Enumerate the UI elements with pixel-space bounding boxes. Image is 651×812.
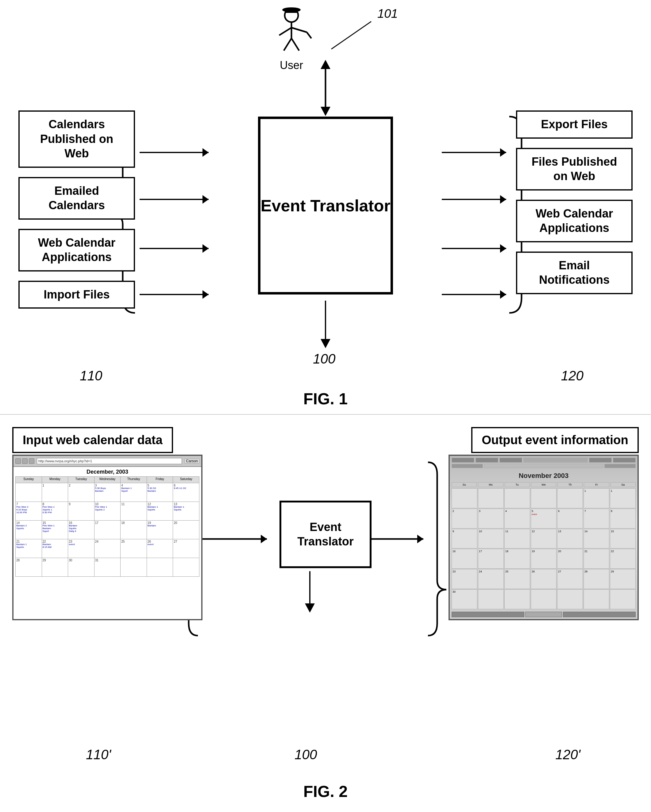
ocal-data-cell	[478, 488, 504, 508]
svg-marker-36	[305, 603, 315, 613]
output-cal-col: 5event 12 19 26	[531, 488, 556, 609]
cal-cell: 14Bantam 2Squirts	[16, 520, 42, 539]
svg-marker-21	[321, 339, 330, 348]
ocal-data-cell: 16	[452, 549, 477, 569]
ocal-day-h: Tu	[505, 482, 530, 487]
ocal-data-cell: 1	[584, 488, 609, 508]
ocal-data-cell: 29	[610, 569, 636, 589]
ocal-day-h: Sa	[611, 482, 636, 487]
output-calendar-mock: November 2003 Su Mo Tu We Th Fr Sa 2 9 1…	[449, 455, 639, 620]
ocal-data-cell	[478, 589, 504, 609]
cal-cell: 29	[42, 558, 68, 576]
browser-toolbar: http://www.nvrpa.org/nhyc.php?id=1 Carso…	[14, 456, 201, 467]
output-box-web-cal-apps: Web Calendar Applications	[516, 200, 633, 242]
input-box-import-files: Import Files	[18, 281, 135, 309]
cal-day-tue: Tuesday	[68, 477, 94, 483]
cal-cell: 2	[68, 483, 94, 502]
status-cell	[563, 612, 636, 617]
browser-content: December, 2003 Sunday Monday Tuesday Wed…	[14, 467, 201, 619]
ocal-data-cell: 12	[531, 529, 556, 549]
cal-cell	[173, 558, 199, 576]
svg-marker-9	[202, 244, 209, 253]
output-cal-col: 3 10 17 24	[478, 488, 504, 609]
ocal-data-cell	[452, 488, 477, 508]
cal-cell: 16BantamSquirtsDaily it	[68, 520, 94, 539]
output-cal-col: 1 8 15 22 29	[610, 488, 636, 609]
output-box-email-notifications: Email Notifications	[516, 252, 633, 294]
cal-day-mon: Monday	[42, 477, 68, 483]
ocal-data-cell	[557, 589, 583, 609]
svg-marker-2	[321, 60, 330, 69]
svg-marker-15	[500, 195, 506, 204]
input-box-calendars-web: Calendars Published on Web	[18, 110, 135, 168]
ocal-data-cell: 18	[504, 549, 530, 569]
ocal-day-h: Fr	[584, 482, 609, 487]
cal-cell: 26event	[147, 539, 173, 558]
cal-cell: 7Pee Wee 26:10 Boys10:30 PM	[16, 502, 42, 520]
ocal-cell	[523, 458, 588, 462]
ocal-data-cell: 27	[557, 569, 583, 589]
ocal-data-cell: 24	[478, 569, 504, 589]
svg-marker-11	[202, 290, 209, 299]
cal-day-sat: Saturday	[173, 477, 199, 483]
cal-day-thu: Thursday	[121, 477, 147, 483]
cal-cell: 35:30 BoysBantam	[95, 483, 121, 502]
ocal-data-cell: 4	[504, 508, 530, 528]
output-box-export-files: Export Files	[516, 110, 633, 139]
output-cal-data: 2 9 16 23 30 3 10 17 24 4 11	[452, 488, 636, 609]
cal-month-header: December, 2003	[15, 469, 199, 475]
ocal-data-cell: 14	[584, 529, 609, 549]
output-cal-status	[452, 612, 636, 617]
svg-line-28	[292, 38, 299, 50]
ocal-day-h: Su	[452, 482, 477, 487]
cal-grid: Sunday Monday Tuesday Wednesday Thursday…	[15, 476, 199, 577]
label-101: 101	[377, 7, 398, 21]
fig2-output-group-label: 120'	[555, 747, 581, 762]
user-figure: User	[267, 6, 316, 72]
svg-line-0	[331, 21, 371, 49]
ocal-data-cell: 10	[478, 529, 504, 549]
fig1-caption: FIG. 1	[0, 389, 651, 408]
ocal-data-cell	[531, 589, 556, 609]
cal-cell: 17	[95, 520, 121, 539]
ocal-data-cell	[584, 589, 609, 609]
svg-marker-19	[500, 290, 506, 299]
ocal-data-cell: 6	[557, 508, 583, 528]
fig1-diagram: 101	[0, 0, 651, 414]
ocal-data-cell: 26	[531, 569, 556, 589]
cal-cell: 25	[121, 539, 147, 558]
cal-cell: 31	[95, 558, 121, 576]
ocal-data-cell: 23	[452, 569, 477, 589]
ocal-data-cell: 30	[452, 589, 477, 609]
event-translator-box: Event Translator	[258, 117, 393, 295]
ocal-data-cell: 3	[478, 508, 504, 528]
cal-cell: 1	[42, 483, 68, 502]
output-cal-col: 1 7 14 21 28	[584, 488, 609, 609]
ocal-data-cell: 9	[452, 529, 477, 549]
output-boxes: Export Files Files Published on Web Web …	[516, 110, 633, 294]
ocal-day-h: We	[531, 482, 556, 487]
fig2-event-translator-label: Event Translator	[281, 520, 370, 549]
ocal-cell	[500, 458, 522, 462]
cal-day-fri: Friday	[147, 477, 173, 483]
user-icon	[267, 6, 316, 55]
fig2-input-group-label: 110'	[86, 747, 111, 762]
ocal-data-cell: 20	[557, 549, 583, 569]
cal-cell: 18	[121, 520, 147, 539]
ocal-cell	[484, 464, 604, 468]
ocal-day-h: Th	[558, 482, 582, 487]
output-cal-title: November 2003	[452, 472, 636, 480]
fig2-caption: FIG. 2	[0, 782, 651, 801]
svg-marker-34	[417, 535, 423, 543]
svg-line-26	[307, 32, 312, 38]
cal-cell: 11	[121, 502, 147, 520]
ocal-data-cell: 1	[610, 488, 636, 508]
ocal-data-cell: 8	[610, 508, 636, 528]
output-cal-inner: November 2003 Su Mo Tu We Th Fr Sa 2 9 1…	[450, 456, 637, 619]
ocal-day-h: Mo	[478, 482, 503, 487]
cal-cell: 12Bantam 1Squirts	[147, 502, 173, 520]
ocal-data-cell: 17	[478, 549, 504, 569]
svg-line-25	[292, 27, 307, 32]
status-cell	[452, 612, 524, 617]
cal-cell: 13Bantam 1Squirts	[173, 502, 199, 520]
